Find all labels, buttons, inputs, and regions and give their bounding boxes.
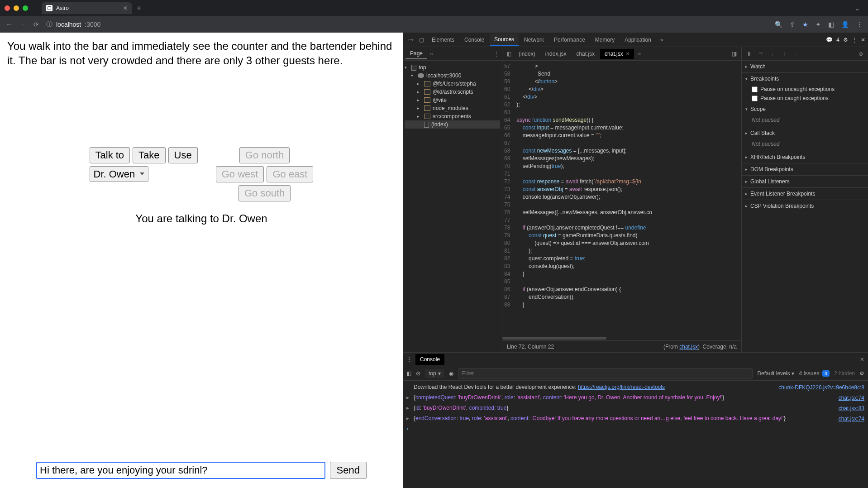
tree-folder[interactable]: ▸src/components bbox=[405, 112, 500, 120]
watch-section[interactable]: ▸Watch bbox=[742, 61, 868, 72]
react-devtools-link[interactable]: https://reactjs.org/link/react-devtools bbox=[578, 384, 665, 390]
log-source-link[interactable]: chat.jsx:74 bbox=[792, 415, 864, 423]
forward-button: → bbox=[19, 21, 26, 28]
tab-console[interactable]: Console bbox=[460, 34, 489, 46]
tree-folder[interactable]: ▸@fs/Users/stepha bbox=[405, 80, 500, 88]
extensions-icon[interactable]: ✦ bbox=[816, 21, 821, 28]
console-filter-input[interactable] bbox=[458, 368, 753, 379]
address-bar: ← → ⟳ ⓘ localhost:3000 🔍 ⇪ ★ ✦ ◧ 👤 ⋮ bbox=[0, 16, 868, 33]
go-north-button[interactable]: Go north bbox=[239, 147, 290, 163]
use-button[interactable]: Use bbox=[168, 147, 198, 163]
go-south-button[interactable]: Go south bbox=[238, 185, 291, 201]
sidepanel-icon[interactable]: ◧ bbox=[828, 21, 834, 28]
log-source-link[interactable]: chunk-DFKQJ226.js?v=9e6b4e8c:8 bbox=[778, 384, 864, 392]
close-window-icon[interactable] bbox=[5, 5, 10, 11]
minimize-window-icon[interactable] bbox=[14, 5, 19, 11]
breakpoints-section[interactable]: ▾Breakpoints bbox=[742, 73, 868, 85]
bookmark-icon[interactable]: ★ bbox=[802, 21, 808, 28]
settings-icon[interactable]: ⚙ bbox=[843, 37, 848, 43]
share-icon[interactable]: ⇪ bbox=[790, 21, 795, 28]
toggle-debugger-icon[interactable]: ◨ bbox=[732, 51, 737, 57]
back-button[interactable]: ← bbox=[5, 21, 13, 28]
csp-section[interactable]: ▸CSP Violation Breakpoints bbox=[742, 200, 868, 212]
tree-folder[interactable]: ▸node_modules bbox=[405, 104, 500, 112]
from-link[interactable]: chat.jsx bbox=[679, 344, 698, 350]
pause-caught-checkbox[interactable]: Pause on caught exceptions bbox=[742, 94, 868, 103]
console-prompt[interactable]: › bbox=[406, 424, 864, 433]
tree-top[interactable]: ▾top bbox=[405, 63, 500, 72]
xhr-section[interactable]: ▸XHR/fetch Breakpoints bbox=[742, 151, 868, 163]
toggle-nav-icon[interactable]: ◧ bbox=[504, 51, 513, 57]
editor-more-icon[interactable]: » bbox=[635, 51, 644, 57]
console-log[interactable]: Download the React DevTools for a better… bbox=[403, 381, 868, 488]
tab-application[interactable]: Application bbox=[620, 34, 656, 46]
device-toggle-icon[interactable]: ▢ bbox=[416, 35, 426, 45]
drawer-menu-icon[interactable]: ⋮ bbox=[406, 356, 412, 363]
url-display[interactable]: ⓘ localhost:3000 bbox=[46, 20, 100, 29]
tabs-overflow-icon[interactable]: ⌄ bbox=[855, 5, 860, 12]
editor-tab-active[interactable]: chat.jsx✕ bbox=[600, 49, 634, 59]
scope-section[interactable]: ▾Scope bbox=[742, 103, 868, 115]
console-sidebar-icon[interactable]: ◧ bbox=[406, 370, 411, 377]
tab-performance[interactable]: Performance bbox=[549, 34, 590, 46]
log-source-link[interactable]: chat.jsx:74 bbox=[792, 394, 864, 402]
go-east-button[interactable]: Go east bbox=[267, 166, 313, 182]
drawer-console-tab[interactable]: Console bbox=[415, 354, 444, 365]
dom-section[interactable]: ▸DOM Breakpoints bbox=[742, 163, 868, 175]
event-section[interactable]: ▸Event Listener Breakpoints bbox=[742, 188, 868, 200]
pause-icon[interactable]: ⏸ bbox=[745, 51, 753, 57]
nav-more-icon[interactable]: » bbox=[430, 51, 433, 57]
tree-folder[interactable]: ▸@vite bbox=[405, 96, 500, 104]
take-button[interactable]: Take bbox=[133, 147, 165, 163]
issues-summary[interactable]: 4 Issues: 4 bbox=[799, 370, 830, 377]
url-host: localhost bbox=[56, 21, 81, 28]
site-info-icon[interactable]: ⓘ bbox=[46, 20, 52, 29]
console-clear-icon[interactable]: ⊘ bbox=[416, 370, 420, 377]
global-section[interactable]: ▸Global Listeners bbox=[742, 176, 868, 187]
h-scrollbar[interactable] bbox=[502, 336, 741, 340]
console-settings-icon[interactable]: ⚙ bbox=[859, 370, 864, 377]
new-tab-button[interactable]: + bbox=[137, 4, 142, 13]
more-tabs-icon[interactable]: » bbox=[657, 35, 667, 45]
talk-to-button[interactable]: Talk to bbox=[90, 147, 130, 163]
log-source-link[interactable]: chat.jsx:83 bbox=[792, 405, 864, 412]
chat-input[interactable] bbox=[36, 462, 325, 479]
devtools-tabs: ▭ ▢ Elements Console Sources Network Per… bbox=[403, 33, 868, 47]
log-levels-select[interactable]: Default levels▾ bbox=[757, 370, 794, 377]
reload-button[interactable]: ⟳ bbox=[33, 21, 40, 28]
tab-network[interactable]: Network bbox=[520, 34, 548, 46]
deactivate-bp-icon[interactable]: ⊘ bbox=[857, 51, 864, 57]
pause-uncaught-checkbox[interactable]: Pause on uncaught exceptions bbox=[742, 85, 868, 94]
editor-tab[interactable]: chat.jsx bbox=[572, 49, 599, 59]
console-context-select[interactable]: top▾ bbox=[425, 369, 444, 378]
close-tab-icon[interactable]: ✕ bbox=[123, 5, 128, 11]
maximize-window-icon[interactable] bbox=[23, 5, 28, 11]
close-editor-tab-icon[interactable]: ✕ bbox=[626, 51, 630, 56]
page-tab[interactable]: Page bbox=[405, 48, 427, 59]
tree-file-index[interactable]: (index) bbox=[405, 120, 500, 129]
tab-memory[interactable]: Memory bbox=[591, 34, 619, 46]
devtools-menu-icon[interactable]: ⋮ bbox=[852, 37, 857, 43]
go-west-button[interactable]: Go west bbox=[216, 166, 264, 182]
file-navigator: Page » ⋮ ▾top ▾localhost:3000 ▸@fs/Users… bbox=[403, 47, 502, 352]
talk-target-select[interactable]: Dr. Owen bbox=[90, 166, 148, 182]
search-icon[interactable]: 🔍 bbox=[775, 21, 782, 28]
menu-icon[interactable]: ⋮ bbox=[856, 21, 863, 28]
tree-folder[interactable]: ▸@id/astro:scripts bbox=[405, 88, 500, 96]
browser-tab[interactable]: Astro ✕ bbox=[42, 2, 132, 14]
drawer-close-icon[interactable]: ✕ bbox=[860, 356, 864, 363]
devtools-close-icon[interactable]: ✕ bbox=[861, 37, 865, 43]
profile-icon[interactable]: 👤 bbox=[841, 21, 849, 28]
editor-tab[interactable]: (index) bbox=[514, 49, 540, 59]
tree-host[interactable]: ▾localhost:3000 bbox=[405, 72, 500, 80]
code-area[interactable]: 5758596061626364656667686970717273747576… bbox=[502, 61, 741, 336]
editor-tab[interactable]: index.jsx bbox=[541, 49, 571, 59]
inspect-icon[interactable]: ▭ bbox=[405, 35, 415, 45]
nav-menu-icon[interactable]: ⋮ bbox=[494, 51, 499, 57]
tab-elements[interactable]: Elements bbox=[427, 34, 459, 46]
callstack-section[interactable]: ▸Call Stack bbox=[742, 127, 868, 139]
live-expression-icon[interactable]: ◉ bbox=[449, 370, 453, 377]
issues-icon[interactable]: 💬 bbox=[826, 37, 833, 43]
tab-sources[interactable]: Sources bbox=[490, 33, 519, 46]
send-button[interactable]: Send bbox=[330, 462, 367, 479]
